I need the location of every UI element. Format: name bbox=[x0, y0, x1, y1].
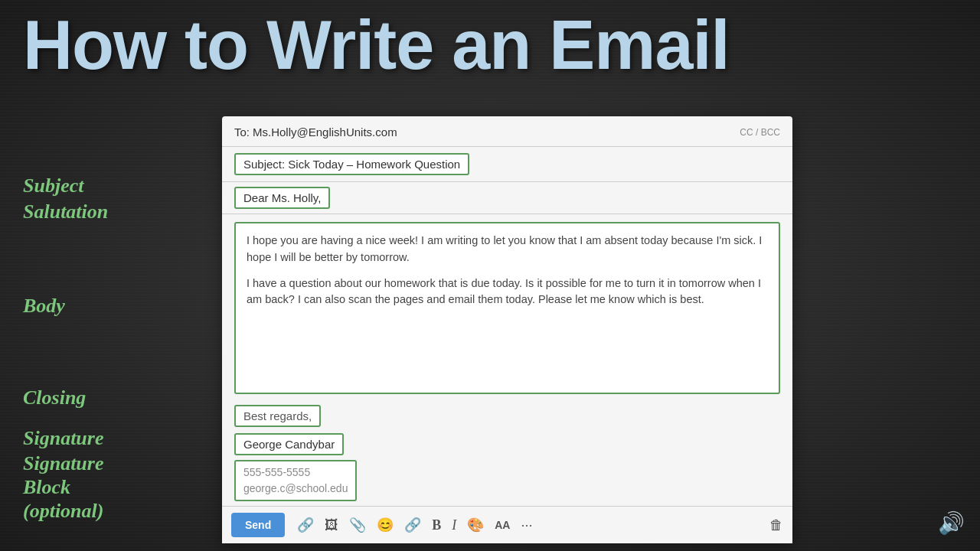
color-icon[interactable]: 🎨 bbox=[464, 515, 487, 535]
send-button[interactable]: Send bbox=[231, 513, 285, 537]
signature-row: George Candybar bbox=[222, 430, 792, 458]
signature-box[interactable]: George Candybar bbox=[234, 433, 344, 455]
email-toolbar: Send 🔗 🖼 📎 😊 🔗 B I 🎨 AA ··· 🗑 bbox=[222, 506, 792, 543]
label-salutation: Salutation bbox=[23, 201, 108, 223]
sig-block-row: 555-555-5555 george.c@school.edu bbox=[222, 458, 792, 506]
italic-icon[interactable]: I bbox=[449, 516, 459, 535]
to-label: To: bbox=[234, 126, 250, 139]
closing-box[interactable]: Best regards, bbox=[234, 405, 321, 427]
body-area[interactable]: I hope you are having a nice week! I am … bbox=[234, 222, 780, 394]
sig-phone: 555-555-5555 bbox=[243, 466, 310, 478]
to-address: Ms.Holly@EnglishUnits.com bbox=[253, 126, 397, 139]
label-body: Body bbox=[23, 295, 65, 318]
label-closing: Closing bbox=[23, 386, 86, 409]
label-subject: Subject bbox=[23, 174, 83, 197]
salutation-box[interactable]: Dear Ms. Holly, bbox=[234, 187, 330, 209]
cc-bcc[interactable]: CC / BCC bbox=[740, 127, 780, 138]
body-para1: I hope you are having a nice week! I am … bbox=[247, 233, 768, 266]
volume-icon[interactable]: 🔊 bbox=[938, 510, 965, 536]
bold-icon[interactable]: B bbox=[429, 516, 444, 535]
page-title: How to Write an Email bbox=[0, 8, 980, 83]
sig-block-box: 555-555-5555 george.c@school.edu bbox=[234, 460, 357, 501]
body-para2: I have a question about our homework tha… bbox=[247, 276, 768, 309]
image-icon[interactable]: 🖼 bbox=[322, 516, 341, 535]
subject-row: Subject: Sick Today – Homework Question bbox=[222, 147, 792, 182]
delete-icon[interactable]: 🗑 bbox=[769, 517, 783, 533]
emoji-icon[interactable]: 😊 bbox=[374, 515, 397, 535]
subject-box[interactable]: Subject: Sick Today – Homework Question bbox=[234, 153, 469, 175]
attachment-icon[interactable]: 🔗 bbox=[294, 515, 317, 535]
label-signature: Signature bbox=[23, 427, 104, 450]
to-row: To: Ms.Holly@EnglishUnits.com CC / BCC bbox=[222, 116, 792, 147]
more-options-icon[interactable]: ··· bbox=[518, 516, 535, 535]
salutation-row: Dear Ms. Holly, bbox=[222, 182, 792, 214]
link-icon[interactable]: 🔗 bbox=[401, 515, 424, 535]
email-panel: To: Ms.Holly@EnglishUnits.com CC / BCC S… bbox=[222, 116, 792, 543]
file-icon[interactable]: 📎 bbox=[346, 515, 369, 535]
label-sig-block: SignatureBlock(optional) bbox=[23, 452, 104, 523]
sig-email: george.c@school.edu bbox=[243, 482, 348, 494]
font-size-icon[interactable]: AA bbox=[492, 517, 513, 533]
closing-row: Best regards, bbox=[222, 402, 792, 430]
